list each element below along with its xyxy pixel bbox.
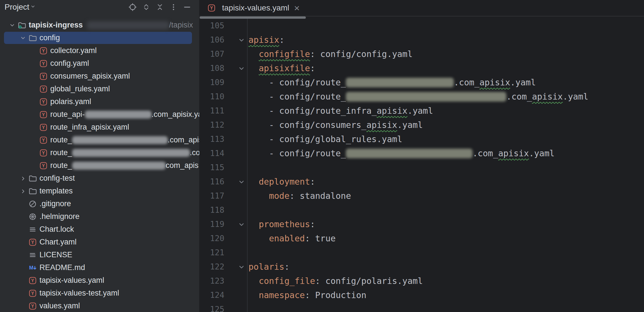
expand-all-icon[interactable]	[141, 2, 151, 12]
code-line-123[interactable]: 123 config_file: config/polaris.yaml	[200, 274, 644, 288]
tree-item-route-api[interactable]: Yroute_api-.com_apisix.ya	[0, 108, 199, 121]
folder-icon	[28, 34, 37, 42]
folder-icon	[28, 187, 37, 195]
tree-item-chart-lock[interactable]: Chart.lock	[0, 223, 199, 236]
code-line-124[interactable]: 124 namespace: Production	[200, 288, 644, 302]
yaml-key: prometheus	[259, 219, 310, 229]
chevron-right-icon[interactable]	[18, 174, 28, 183]
code-line-content: apisixfile:	[247, 61, 644, 75]
tree-item-config-yaml[interactable]: Yconfig.yaml	[0, 57, 199, 70]
tree-item-values-yaml[interactable]: Yvalues.yaml	[0, 300, 199, 312]
yaml-text: apisix	[532, 92, 563, 102]
code-line-117[interactable]: 117 mode: standalone	[200, 189, 644, 203]
code-line-109[interactable]: 109 - config/route_.com_apisix.yaml	[200, 75, 644, 90]
helm-icon	[28, 212, 37, 221]
code-line-122[interactable]: 122polaris:	[200, 260, 644, 274]
tree-item-tapisix-values-test-yaml[interactable]: Ytapisix-values-test.yaml	[0, 287, 199, 300]
code-line-content: - config/consumers_apisix.yaml	[247, 118, 644, 132]
hide-icon[interactable]	[182, 2, 192, 12]
code-line-115[interactable]: 115	[200, 161, 644, 175]
chevron-spacer	[18, 289, 28, 298]
locate-icon[interactable]	[128, 2, 137, 12]
tree-item-label: .com_apisix.ya	[152, 110, 200, 119]
chevron-spacer	[28, 123, 39, 132]
tab-tapisix-values-yaml[interactable]: Y tapisix-values.yaml ×	[200, 0, 306, 19]
tree-item-license[interactable]: LICENSE	[0, 248, 199, 261]
code-line-121[interactable]: 121	[200, 246, 644, 260]
code-line-113[interactable]: 113 - config/global_rules.yaml	[200, 132, 644, 146]
tree-item-global-rules-yaml[interactable]: Yglobal_rules.yaml	[0, 83, 199, 95]
svg-text:Y: Y	[210, 6, 213, 10]
yaml-text: apisix	[377, 106, 407, 116]
close-icon[interactable]: ×	[294, 3, 300, 13]
tree-item-route[interactable]: Yroute_.com_apis	[0, 134, 199, 146]
more-options-icon[interactable]	[169, 2, 178, 12]
yaml-text: .yaml	[397, 120, 423, 130]
code-line-120[interactable]: 120 enabled: true	[200, 231, 644, 246]
code-line-125[interactable]: 125	[200, 302, 644, 312]
project-view-selector[interactable]: Project	[5, 3, 36, 12]
tree-item-label: tapisix-values-test.yaml	[39, 289, 119, 298]
fold-chevron-icon[interactable]	[224, 61, 247, 75]
yaml-key: configfile	[259, 49, 310, 59]
code-line-119[interactable]: 119 prometheus:	[200, 217, 644, 231]
collapse-all-icon[interactable]	[155, 2, 165, 12]
project-folder-icon	[18, 21, 26, 29]
chevron-down-icon[interactable]	[18, 34, 28, 42]
code-line-107[interactable]: 107 configfile: config/config.yaml	[200, 47, 644, 61]
tree-item-consumers-apisix-yaml[interactable]: Yconsumers_apisix.yaml	[0, 70, 199, 83]
code-line-106[interactable]: 106apisix:	[200, 33, 644, 47]
code-editor[interactable]: 105106apisix:107 configfile: config/conf…	[200, 19, 644, 312]
chevron-spacer	[18, 251, 28, 259]
yaml-text: apisix	[498, 148, 529, 158]
tree-item-templates[interactable]: templates	[0, 185, 199, 197]
fold-chevron-icon[interactable]	[224, 260, 247, 274]
tree-item-collector-yaml[interactable]: Ycollector.yaml	[0, 44, 199, 57]
yaml-text	[248, 219, 259, 229]
chevron-down-icon[interactable]	[7, 21, 18, 29]
tree-item-route[interactable]: Yroute_com_apis	[0, 159, 199, 172]
file-tree: tapisix-ingress/tapisixconfig Ycollector…	[0, 14, 199, 312]
code-line-105[interactable]: 105	[200, 19, 644, 33]
yaml-text	[248, 276, 259, 286]
svg-text:Y: Y	[42, 138, 45, 142]
tree-item-config[interactable]: config	[0, 31, 199, 44]
fold-gutter	[224, 161, 247, 175]
line-number: 113	[200, 132, 224, 146]
yaml-text	[248, 177, 259, 187]
yaml-icon: Y	[28, 276, 37, 285]
svg-text:Y: Y	[42, 163, 45, 168]
line-number: 107	[200, 47, 224, 61]
fold-chevron-icon[interactable]	[224, 217, 247, 231]
code-line-110[interactable]: 110 - config/route_.com_apisix.yaml	[200, 90, 644, 104]
code-line-116[interactable]: 116 deployment:	[200, 175, 644, 189]
code-line-114[interactable]: 114 - config/route_.com_apisix.yaml	[200, 146, 644, 161]
yaml-icon: Y	[39, 149, 48, 157]
fold-gutter	[224, 246, 247, 260]
panel-toolbar	[124, 2, 192, 12]
code-line-112[interactable]: 112 - config/consumers_apisix.yaml	[200, 118, 644, 132]
code-line-118[interactable]: 118	[200, 203, 644, 217]
svg-text:Y: Y	[31, 278, 34, 283]
tree-item-chart-yaml[interactable]: YChart.yaml	[0, 236, 199, 248]
tree-item-readme-md[interactable]: M README.md	[0, 261, 199, 274]
code-line-108[interactable]: 108 apisixfile:	[200, 61, 644, 75]
tree-item-config-test[interactable]: config-test	[0, 172, 199, 185]
code-line-content	[247, 246, 644, 260]
tree-item-tapisix-values-yaml[interactable]: Ytapisix-values.yaml	[0, 274, 199, 287]
tree-item-route-infra-apisix-yaml[interactable]: Yroute_infra_apisix.yaml	[0, 121, 199, 134]
yaml-key: config_file	[259, 276, 315, 286]
tree-item-tapisix-ingress[interactable]: tapisix-ingress/tapisix	[0, 19, 199, 31]
tree-item-helmignore[interactable]: .helmignore	[0, 210, 199, 223]
yaml-text: - config/route_	[248, 77, 346, 87]
code-line-111[interactable]: 111 - config/route_infra_apisix.yaml	[200, 104, 644, 118]
tree-item-polaris-yaml[interactable]: Ypolaris.yaml	[0, 95, 199, 108]
fold-chevron-icon[interactable]	[224, 33, 247, 47]
tree-item-label: Chart.lock	[39, 225, 74, 234]
line-number: 117	[200, 189, 224, 203]
tree-item-gitignore[interactable]: .gitignore	[0, 197, 199, 210]
tree-item-route[interactable]: Yroute_.co	[0, 146, 199, 159]
yaml-text: :	[284, 262, 289, 272]
fold-chevron-icon[interactable]	[224, 175, 247, 189]
chevron-right-icon[interactable]	[18, 187, 28, 195]
